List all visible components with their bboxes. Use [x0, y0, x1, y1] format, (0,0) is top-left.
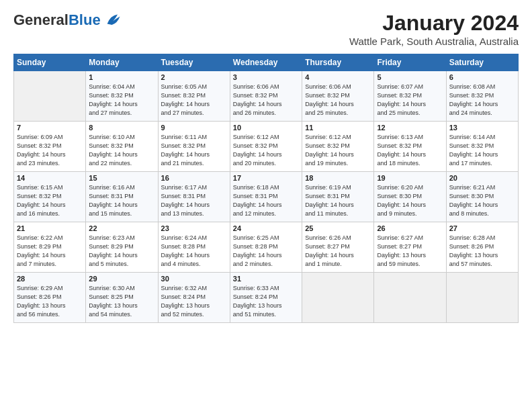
- day-info: Sunrise: 6:25 AMSunset: 8:28 PMDaylight:…: [233, 234, 299, 269]
- day-number: 18: [305, 174, 371, 182]
- day-cell: 18Sunrise: 6:19 AMSunset: 8:31 PMDayligh…: [302, 172, 374, 222]
- day-number: 13: [449, 124, 515, 132]
- header-day-sunday: Sunday: [14, 54, 86, 71]
- day-number: 26: [377, 224, 443, 232]
- day-number: 22: [89, 224, 154, 232]
- day-cell: 6Sunrise: 6:08 AMSunset: 8:32 PMDaylight…: [446, 71, 518, 122]
- location-text: Wattle Park, South Australia, Australia: [349, 36, 519, 47]
- day-number: 8: [89, 124, 154, 132]
- header-day-friday: Friday: [374, 54, 446, 71]
- day-info: Sunrise: 6:18 AMSunset: 8:31 PMDaylight:…: [233, 183, 299, 218]
- day-info: Sunrise: 6:23 AMSunset: 8:29 PMDaylight:…: [89, 234, 154, 269]
- day-info: Sunrise: 6:07 AMSunset: 8:32 PMDaylight:…: [377, 83, 443, 118]
- day-info: Sunrise: 6:13 AMSunset: 8:32 PMDaylight:…: [377, 133, 443, 168]
- day-cell: [374, 273, 446, 323]
- day-cell: 16Sunrise: 6:17 AMSunset: 8:31 PMDayligh…: [158, 172, 230, 222]
- day-cell: 17Sunrise: 6:18 AMSunset: 8:31 PMDayligh…: [230, 172, 302, 222]
- day-number: 5: [377, 73, 443, 81]
- header-day-saturday: Saturday: [446, 54, 518, 71]
- day-cell: 27Sunrise: 6:28 AMSunset: 8:26 PMDayligh…: [446, 222, 518, 273]
- day-info: Sunrise: 6:33 AMSunset: 8:24 PMDaylight:…: [233, 284, 299, 319]
- week-row-3: 14Sunrise: 6:15 AMSunset: 8:32 PMDayligh…: [14, 172, 519, 222]
- day-cell: 30Sunrise: 6:32 AMSunset: 8:24 PMDayligh…: [158, 273, 230, 323]
- day-cell: [14, 71, 86, 122]
- logo-blue-text: Blue: [69, 11, 101, 28]
- day-cell: 20Sunrise: 6:21 AMSunset: 8:30 PMDayligh…: [446, 172, 518, 222]
- logo: GeneralBlue: [13, 11, 122, 30]
- day-number: 27: [449, 224, 515, 232]
- header-day-wednesday: Wednesday: [230, 54, 302, 71]
- day-cell: 15Sunrise: 6:16 AMSunset: 8:31 PMDayligh…: [86, 172, 158, 222]
- day-number: 9: [161, 124, 227, 132]
- day-info: Sunrise: 6:27 AMSunset: 8:27 PMDaylight:…: [377, 234, 443, 269]
- calendar-table: SundayMondayTuesdayWednesdayThursdayFrid…: [13, 54, 519, 323]
- day-cell: 14Sunrise: 6:15 AMSunset: 8:32 PMDayligh…: [14, 172, 86, 222]
- day-number: 29: [89, 275, 154, 283]
- day-cell: 23Sunrise: 6:24 AMSunset: 8:28 PMDayligh…: [158, 222, 230, 273]
- day-info: Sunrise: 6:16 AMSunset: 8:31 PMDaylight:…: [89, 183, 154, 218]
- day-cell: 29Sunrise: 6:30 AMSunset: 8:25 PMDayligh…: [86, 273, 158, 323]
- day-cell: 22Sunrise: 6:23 AMSunset: 8:29 PMDayligh…: [86, 222, 158, 273]
- day-number: 7: [17, 124, 83, 132]
- day-cell: 11Sunrise: 6:12 AMSunset: 8:32 PMDayligh…: [302, 122, 374, 172]
- day-info: Sunrise: 6:12 AMSunset: 8:32 PMDaylight:…: [233, 133, 299, 168]
- day-cell: 25Sunrise: 6:26 AMSunset: 8:27 PMDayligh…: [302, 222, 374, 273]
- day-number: 12: [377, 124, 443, 132]
- calendar-body: 1Sunrise: 6:04 AMSunset: 8:32 PMDaylight…: [14, 71, 519, 323]
- day-number: 25: [305, 224, 371, 232]
- day-cell: 2Sunrise: 6:05 AMSunset: 8:32 PMDaylight…: [158, 71, 230, 122]
- day-cell: 12Sunrise: 6:13 AMSunset: 8:32 PMDayligh…: [374, 122, 446, 172]
- header-row: SundayMondayTuesdayWednesdayThursdayFrid…: [14, 54, 519, 71]
- day-info: Sunrise: 6:08 AMSunset: 8:32 PMDaylight:…: [449, 83, 515, 118]
- day-number: 10: [233, 124, 299, 132]
- day-cell: 31Sunrise: 6:33 AMSunset: 8:24 PMDayligh…: [230, 273, 302, 323]
- day-info: Sunrise: 6:20 AMSunset: 8:30 PMDaylight:…: [377, 183, 443, 218]
- day-cell: 5Sunrise: 6:07 AMSunset: 8:32 PMDaylight…: [374, 71, 446, 122]
- day-info: Sunrise: 6:06 AMSunset: 8:32 PMDaylight:…: [233, 83, 299, 118]
- header-day-tuesday: Tuesday: [158, 54, 230, 71]
- logo-general-text: General: [13, 11, 69, 28]
- day-cell: 4Sunrise: 6:06 AMSunset: 8:32 PMDaylight…: [302, 71, 374, 122]
- day-number: 20: [449, 174, 515, 182]
- month-title: January 2024: [349, 11, 519, 36]
- header-day-thursday: Thursday: [302, 54, 374, 71]
- day-info: Sunrise: 6:29 AMSunset: 8:26 PMDaylight:…: [17, 284, 83, 319]
- day-number: 6: [449, 73, 515, 81]
- day-info: Sunrise: 6:15 AMSunset: 8:32 PMDaylight:…: [17, 183, 83, 218]
- day-number: 21: [17, 224, 83, 232]
- day-cell: 13Sunrise: 6:14 AMSunset: 8:32 PMDayligh…: [446, 122, 518, 172]
- day-cell: 9Sunrise: 6:11 AMSunset: 8:32 PMDaylight…: [158, 122, 230, 172]
- header-day-monday: Monday: [86, 54, 158, 71]
- day-info: Sunrise: 6:24 AMSunset: 8:28 PMDaylight:…: [161, 234, 227, 269]
- day-number: 31: [233, 275, 299, 283]
- calendar-header: SundayMondayTuesdayWednesdayThursdayFrid…: [14, 54, 519, 71]
- day-number: 3: [233, 73, 299, 81]
- day-cell: 21Sunrise: 6:22 AMSunset: 8:29 PMDayligh…: [14, 222, 86, 273]
- day-number: 16: [161, 174, 227, 182]
- day-info: Sunrise: 6:28 AMSunset: 8:26 PMDaylight:…: [449, 234, 515, 269]
- day-info: Sunrise: 6:22 AMSunset: 8:29 PMDaylight:…: [17, 234, 83, 269]
- day-number: 15: [89, 174, 154, 182]
- day-number: 19: [377, 174, 443, 182]
- header: GeneralBlue January 2024 Wattle Park, So…: [13, 11, 519, 47]
- day-info: Sunrise: 6:32 AMSunset: 8:24 PMDaylight:…: [161, 284, 227, 319]
- day-info: Sunrise: 6:09 AMSunset: 8:32 PMDaylight:…: [17, 133, 83, 168]
- day-info: Sunrise: 6:30 AMSunset: 8:25 PMDaylight:…: [89, 284, 154, 319]
- day-number: 24: [233, 224, 299, 232]
- day-info: Sunrise: 6:10 AMSunset: 8:32 PMDaylight:…: [89, 133, 154, 168]
- day-number: 2: [161, 73, 227, 81]
- day-number: 28: [17, 275, 83, 283]
- day-number: 17: [233, 174, 299, 182]
- day-cell: 24Sunrise: 6:25 AMSunset: 8:28 PMDayligh…: [230, 222, 302, 273]
- day-cell: 19Sunrise: 6:20 AMSunset: 8:30 PMDayligh…: [374, 172, 446, 222]
- logo-bird-icon: [103, 11, 122, 30]
- week-row-4: 21Sunrise: 6:22 AMSunset: 8:29 PMDayligh…: [14, 222, 519, 273]
- day-info: Sunrise: 6:11 AMSunset: 8:32 PMDaylight:…: [161, 133, 227, 168]
- day-cell: [302, 273, 374, 323]
- day-cell: 3Sunrise: 6:06 AMSunset: 8:32 PMDaylight…: [230, 71, 302, 122]
- day-info: Sunrise: 6:14 AMSunset: 8:32 PMDaylight:…: [449, 133, 515, 168]
- title-block: January 2024 Wattle Park, South Australi…: [349, 11, 519, 47]
- day-info: Sunrise: 6:04 AMSunset: 8:32 PMDaylight:…: [89, 83, 154, 118]
- day-info: Sunrise: 6:21 AMSunset: 8:30 PMDaylight:…: [449, 183, 515, 218]
- day-info: Sunrise: 6:19 AMSunset: 8:31 PMDaylight:…: [305, 183, 371, 218]
